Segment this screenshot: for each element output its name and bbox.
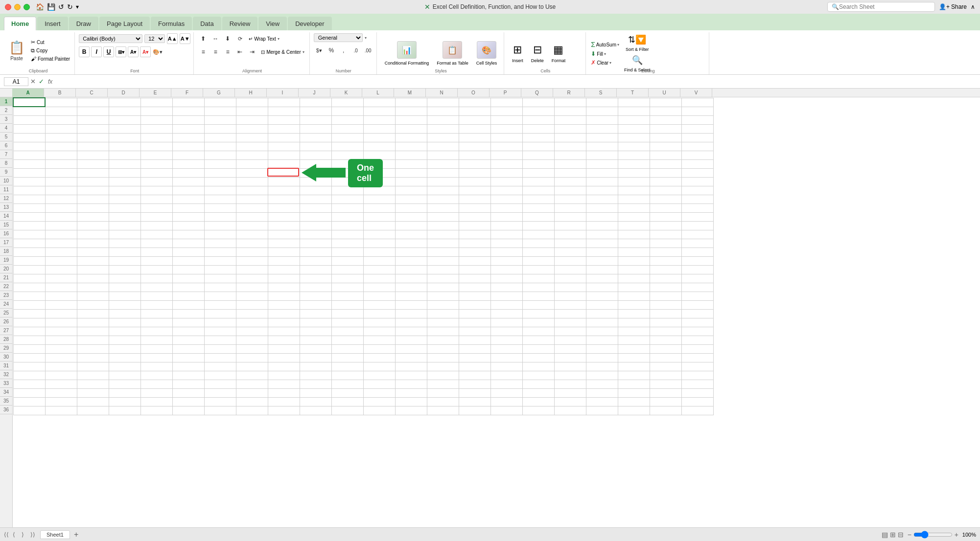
cell-R14[interactable] bbox=[554, 212, 586, 221]
cell-O4[interactable] bbox=[459, 124, 490, 133]
cell-Q17[interactable] bbox=[522, 239, 554, 248]
cell-H19[interactable] bbox=[236, 256, 268, 265]
cell-R31[interactable] bbox=[554, 362, 586, 371]
cell-B16[interactable] bbox=[45, 230, 77, 239]
cell-S16[interactable] bbox=[586, 230, 618, 239]
cell-L29[interactable] bbox=[363, 344, 395, 353]
row-num-13[interactable]: 13 bbox=[0, 203, 12, 212]
cell-F3[interactable] bbox=[172, 115, 204, 124]
cell-G11[interactable] bbox=[204, 186, 236, 195]
cell-Q32[interactable] bbox=[522, 371, 554, 380]
cell-D7[interactable] bbox=[109, 151, 140, 159]
cell-M30[interactable] bbox=[395, 353, 427, 362]
percent-button[interactable]: % bbox=[326, 45, 337, 56]
cell-V3[interactable] bbox=[681, 115, 713, 124]
cell-L10[interactable] bbox=[363, 177, 395, 186]
cell-N14[interactable] bbox=[427, 212, 459, 221]
merge-center-button[interactable]: ⊡ Merge & Center ▾ bbox=[259, 48, 306, 56]
cell-M5[interactable] bbox=[395, 133, 427, 142]
cell-A32[interactable] bbox=[13, 371, 45, 380]
cell-V24[interactable] bbox=[681, 300, 713, 309]
cell-I12[interactable] bbox=[268, 195, 300, 203]
cell-U28[interactable] bbox=[650, 336, 681, 344]
cell-D30[interactable] bbox=[109, 353, 140, 362]
cell-J32[interactable] bbox=[300, 371, 331, 380]
cell-P26[interactable] bbox=[490, 318, 522, 327]
cell-N29[interactable] bbox=[427, 344, 459, 353]
conditional-formatting-button[interactable]: 📊 Conditional Formatting bbox=[381, 39, 433, 68]
cell-G31[interactable] bbox=[204, 362, 236, 371]
cell-H18[interactable] bbox=[236, 248, 268, 256]
cell-K6[interactable] bbox=[331, 142, 363, 151]
cell-H10[interactable] bbox=[236, 177, 268, 186]
cell-B35[interactable] bbox=[45, 397, 77, 406]
cell-O18[interactable] bbox=[459, 248, 490, 256]
row-num-17[interactable]: 17 bbox=[0, 238, 12, 247]
row-num-11[interactable]: 11 bbox=[0, 185, 12, 194]
cell-V26[interactable] bbox=[681, 318, 713, 327]
cell-E29[interactable] bbox=[140, 344, 172, 353]
cell-S21[interactable] bbox=[586, 274, 618, 283]
cell-B29[interactable] bbox=[45, 344, 77, 353]
col-header-O[interactable]: O bbox=[458, 89, 490, 97]
cell-P4[interactable] bbox=[490, 124, 522, 133]
cell-M26[interactable] bbox=[395, 318, 427, 327]
cell-J5[interactable] bbox=[300, 133, 331, 142]
cell-L9[interactable] bbox=[363, 168, 395, 177]
cell-K9[interactable] bbox=[331, 168, 363, 177]
cell-S30[interactable] bbox=[586, 353, 618, 362]
cell-P11[interactable] bbox=[490, 186, 522, 195]
cell-D14[interactable] bbox=[109, 212, 140, 221]
cell-H2[interactable] bbox=[236, 107, 268, 115]
cell-D11[interactable] bbox=[109, 186, 140, 195]
cell-S12[interactable] bbox=[586, 195, 618, 203]
cell-V19[interactable] bbox=[681, 256, 713, 265]
tab-view[interactable]: View bbox=[258, 17, 287, 30]
cancel-formula-icon[interactable]: ✕ bbox=[30, 78, 36, 85]
cell-M13[interactable] bbox=[395, 203, 427, 212]
cell-F8[interactable] bbox=[172, 159, 204, 168]
cell-A4[interactable] bbox=[13, 124, 45, 133]
cell-D35[interactable] bbox=[109, 397, 140, 406]
cell-M6[interactable] bbox=[395, 142, 427, 151]
cell-P20[interactable] bbox=[490, 265, 522, 274]
border-button[interactable]: ⊞▾ bbox=[116, 46, 126, 57]
cell-S5[interactable] bbox=[586, 133, 618, 142]
cell-N8[interactable] bbox=[427, 159, 459, 168]
row-num-26[interactable]: 26 bbox=[0, 317, 12, 326]
cell-E4[interactable] bbox=[140, 124, 172, 133]
cell-H25[interactable] bbox=[236, 309, 268, 318]
zoom-out-button[interactable]: − bbox=[908, 531, 911, 539]
row-num-3[interactable]: 3 bbox=[0, 115, 12, 124]
cell-L13[interactable] bbox=[363, 203, 395, 212]
cell-A11[interactable] bbox=[13, 186, 45, 195]
cell-A24[interactable] bbox=[13, 300, 45, 309]
decrease-font-button[interactable]: A▼ bbox=[180, 33, 190, 44]
cell-Q28[interactable] bbox=[522, 336, 554, 344]
format-painter-button[interactable]: 🖌 Format Painter bbox=[29, 55, 71, 62]
cell-G5[interactable] bbox=[204, 133, 236, 142]
collapse-icon[interactable]: ∧ bbox=[971, 3, 975, 10]
cell-O7[interactable] bbox=[459, 151, 490, 159]
cell-L4[interactable] bbox=[363, 124, 395, 133]
cell-P29[interactable] bbox=[490, 344, 522, 353]
page-break-view-icon[interactable]: ⊟ bbox=[898, 531, 904, 539]
tab-home[interactable]: Home bbox=[4, 17, 36, 30]
cell-H23[interactable] bbox=[236, 292, 268, 300]
cell-J4[interactable] bbox=[300, 124, 331, 133]
cell-P31[interactable] bbox=[490, 362, 522, 371]
cell-Q18[interactable] bbox=[522, 248, 554, 256]
cell-A36[interactable] bbox=[13, 406, 45, 415]
autosum-button[interactable]: Σ AutoSum ▾ bbox=[590, 40, 620, 49]
cell-F17[interactable] bbox=[172, 239, 204, 248]
cell-F2[interactable] bbox=[172, 107, 204, 115]
cell-H22[interactable] bbox=[236, 283, 268, 292]
col-header-D[interactable]: D bbox=[108, 89, 140, 97]
cell-P28[interactable] bbox=[490, 336, 522, 344]
cell-H30[interactable] bbox=[236, 353, 268, 362]
cell-L31[interactable] bbox=[363, 362, 395, 371]
cell-A9[interactable] bbox=[13, 168, 45, 177]
cell-G28[interactable] bbox=[204, 336, 236, 344]
cell-C29[interactable] bbox=[77, 344, 109, 353]
cell-A21[interactable] bbox=[13, 274, 45, 283]
